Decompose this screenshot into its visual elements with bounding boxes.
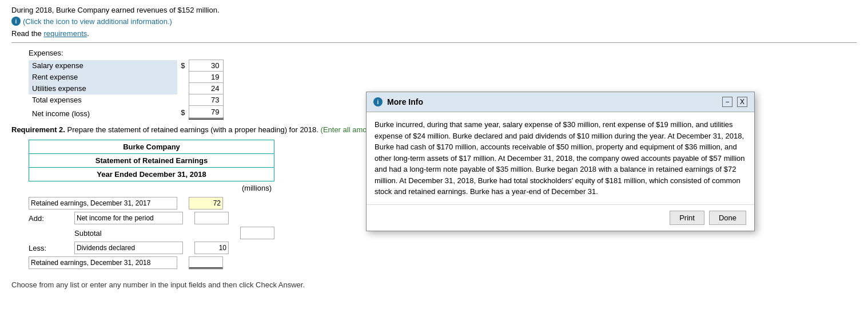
retained-2017-amount[interactable]	[189, 197, 223, 209]
modal-body: Burke incurred, during that same year, s…	[367, 112, 754, 204]
modal-info-icon: i	[373, 97, 383, 106]
expense-label-1: Rent expense	[29, 72, 177, 83]
add-label: Add:	[29, 214, 74, 223]
info-icon: i	[11, 17, 21, 26]
expense-dollar-2	[177, 83, 189, 94]
expense-dollar-1	[177, 72, 189, 83]
stmt-row-net-income: Add:	[29, 212, 274, 224]
expense-row-2: Utilities expense 24	[29, 83, 223, 94]
net-amount: 79	[189, 106, 223, 119]
statement-period: Year Ended December 31, 2018	[29, 168, 274, 181]
read-requirements-text: Read the requirements.	[11, 29, 857, 38]
info-link-text[interactable]: (Click the icon to view additional infor…	[23, 17, 172, 26]
stmt-row-subtotal: Subtotal	[29, 227, 274, 239]
total-label: Total expenses	[29, 94, 177, 106]
req-bold: Requirement 2.	[11, 125, 65, 134]
stmt-row-retained-2018	[29, 256, 274, 269]
info-link[interactable]: i (Click the icon to view additional inf…	[11, 17, 857, 26]
expense-label-0: Salary expense	[29, 60, 177, 72]
net-income-label-input[interactable]	[74, 212, 183, 224]
expense-amount-1: 19	[189, 72, 223, 83]
modal-title: More Info	[387, 97, 423, 106]
footer-text: Choose from any list or enter any number…	[11, 280, 857, 289]
modal-header: i More Info − X	[367, 92, 754, 112]
expense-label-2: Utilities expense	[29, 83, 177, 94]
retained-2017-label-input[interactable]	[29, 197, 177, 209]
total-amount: 73	[189, 94, 223, 106]
net-income-row: Net income (loss) $ 79	[29, 106, 223, 119]
requirements-link[interactable]: requirements	[43, 29, 87, 38]
modal-done-button[interactable]: Done	[709, 211, 746, 225]
expenses-table: Salary expense $ 30 Rent expense 19 Util…	[29, 60, 224, 120]
millions-label: (millions)	[29, 184, 274, 192]
expense-dollar-0: $	[177, 60, 189, 72]
subtotal-label: Subtotal	[74, 229, 102, 238]
total-row: Total expenses 73	[29, 94, 223, 106]
modal-header-icons: − X	[722, 97, 747, 107]
dividends-label-input[interactable]	[74, 242, 183, 254]
expense-row-0: Salary expense $ 30	[29, 60, 223, 72]
expenses-label: Expenses:	[29, 49, 857, 57]
expense-amount-0: 30	[189, 60, 223, 72]
divider	[11, 42, 857, 43]
statement-title: Statement of Retained Earnings	[29, 154, 274, 168]
modal-print-button[interactable]: Print	[670, 211, 704, 225]
modal-footer: Print Done	[367, 204, 754, 231]
subtotal-amount[interactable]	[240, 227, 274, 239]
retained-2018-amount[interactable]	[189, 256, 223, 269]
statement-section: Burke Company Statement of Retained Earn…	[29, 140, 274, 269]
less-label: Less:	[29, 244, 74, 252]
modal-minimize-button[interactable]: −	[722, 97, 732, 107]
statement-body: Add: Subtotal Less:	[29, 197, 274, 269]
expense-amount-2: 24	[189, 83, 223, 94]
intro-line1: During 2018, Burke Company earned revenu…	[11, 6, 857, 14]
expense-row-1: Rent expense 19	[29, 72, 223, 83]
modal-close-button[interactable]: X	[737, 97, 747, 107]
retained-2018-label-input[interactable]	[29, 256, 177, 269]
stmt-row-retained-2017	[29, 197, 274, 209]
modal-header-left: i More Info	[373, 97, 423, 106]
net-income-label: Net income (loss)	[29, 106, 177, 119]
net-dollar: $	[177, 106, 189, 119]
req-text: Prepare the statement of retained earnin…	[67, 125, 321, 134]
dividends-amount[interactable]	[194, 242, 229, 254]
statement-header-table: Burke Company Statement of Retained Earn…	[29, 140, 274, 181]
company-name: Burke Company	[29, 140, 274, 154]
more-info-modal: i More Info − X Burke incurred, during t…	[366, 92, 755, 231]
stmt-row-dividends: Less:	[29, 242, 274, 254]
net-income-amount[interactable]	[194, 212, 229, 224]
